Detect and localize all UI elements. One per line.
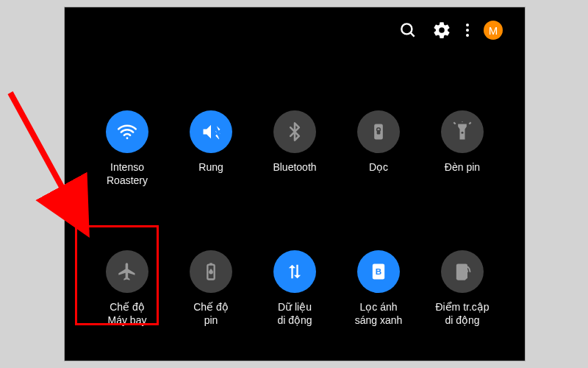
avatar-initial: M (489, 24, 498, 37)
wifi-icon (106, 110, 148, 153)
mobile-data-icon (273, 250, 316, 293)
search-icon[interactable] (398, 21, 417, 40)
vibrate-icon (190, 110, 232, 153)
blue-light-icon: B (357, 250, 400, 293)
tile-label: Dọc (369, 160, 388, 174)
more-icon[interactable] (466, 21, 469, 40)
tile-label: Bluetooth (273, 160, 316, 174)
tile-label: Đèn pin (445, 160, 480, 174)
svg-point-20 (463, 269, 465, 272)
tile-label: Dữ liệu di động (277, 300, 312, 327)
bluetooth-icon (273, 110, 316, 153)
tile-hotspot[interactable]: Điểm tr.cập di động (426, 250, 499, 327)
svg-point-5 (126, 137, 129, 139)
topbar: M (398, 21, 503, 40)
tile-airplane[interactable]: Chế độ Máy bay (90, 250, 164, 327)
svg-line-13 (469, 122, 470, 124)
svg-point-2 (466, 24, 469, 26)
tile-battery[interactable]: Chế độ pin (174, 250, 248, 327)
flashlight-icon (441, 110, 484, 153)
svg-point-4 (466, 34, 469, 37)
battery-saver-icon (190, 250, 232, 293)
portrait-lock-icon (357, 110, 400, 153)
tile-label: Intenso Roastery (107, 160, 148, 187)
tile-label: Chế độ Máy bay (108, 300, 147, 327)
svg-text:B: B (376, 266, 381, 276)
svg-line-12 (453, 122, 455, 124)
tile-label: Điểm tr.cập di động (435, 300, 489, 327)
tile-label: Rung (198, 160, 223, 174)
svg-line-1 (410, 32, 414, 36)
qs-row-2: Chế độ Máy bay Chế độ pin Dữ liệu di độn… (65, 250, 525, 327)
tile-wifi[interactable]: Intenso Roastery (90, 110, 164, 187)
tile-bluetooth[interactable]: Bluetooth (258, 110, 331, 187)
svg-point-0 (401, 24, 412, 34)
tile-rotation[interactable]: Dọc (342, 110, 415, 187)
tile-mobiledata[interactable]: Dữ liệu di động (258, 250, 331, 327)
tile-bluelight[interactable]: B Lọc ánh sáng xanh (342, 250, 415, 327)
hotspot-icon (441, 250, 484, 293)
svg-point-3 (466, 29, 469, 32)
airplane-icon (106, 250, 148, 293)
svg-point-15 (461, 132, 463, 134)
qs-row-1: Intenso Roastery Rung Bluetooth (65, 110, 525, 187)
svg-rect-17 (209, 263, 212, 264)
gear-icon[interactable] (432, 21, 451, 40)
tile-sound[interactable]: Rung (174, 110, 248, 187)
tile-label: Lọc ánh sáng xanh (355, 300, 403, 327)
tile-flashlight[interactable]: Đèn pin (426, 110, 499, 187)
avatar[interactable]: M (484, 21, 503, 40)
tile-label: Chế độ pin (193, 300, 229, 327)
quick-settings-panel: M Intenso Roastery (65, 7, 525, 361)
